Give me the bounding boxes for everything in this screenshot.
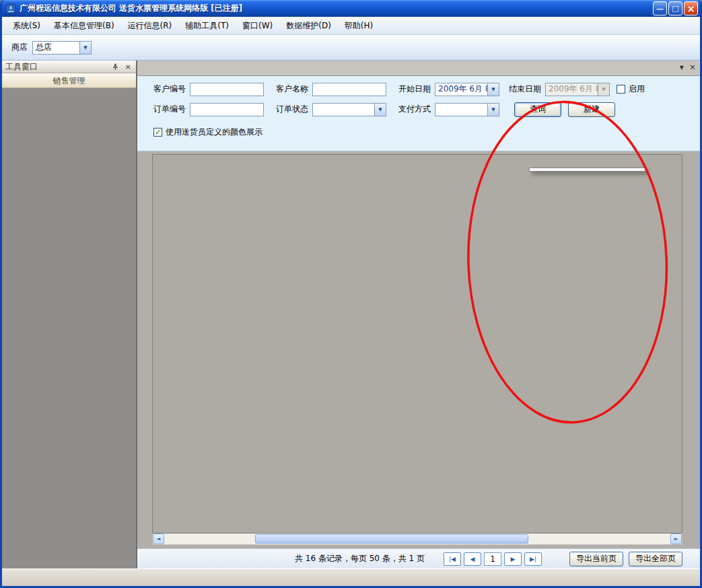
chevron-down-icon: ▼ xyxy=(487,104,499,116)
chevron-down-icon: ▼ xyxy=(79,42,91,54)
start-date-value: 2009年 6月 8日 xyxy=(435,83,487,95)
menu-item[interactable]: 帮助(H) xyxy=(338,17,380,34)
menu-item[interactable]: 运行信息(R) xyxy=(121,17,179,34)
window-title: 广州程远信息技术有限公司 送货水票管理系统网络版 [已注册] xyxy=(20,3,653,14)
tool-window-caption: 工具窗口 × xyxy=(2,61,136,73)
scroll-right-icon[interactable]: ► xyxy=(670,534,682,544)
context-menu xyxy=(529,168,645,172)
record-summary: 共 16 条记录，每页 50 条，共 1 页 xyxy=(295,553,425,564)
chevron-down-icon: ▼ xyxy=(374,104,386,116)
chevron-down-icon: ▼ xyxy=(598,83,609,96)
window-controls: — □ × xyxy=(653,1,698,15)
sidebar-close-icon[interactable]: × xyxy=(123,62,133,71)
pagination-bar: 共 16 条记录，每页 50 条，共 1 页 |◀ ◀ 1 ▶ ▶| 导出当前页… xyxy=(137,548,700,568)
order-status-label: 订单状态 xyxy=(276,104,308,115)
app-icon xyxy=(5,3,16,14)
checkbox-box xyxy=(617,85,625,94)
export-all-pages-button[interactable]: 导出全部页 xyxy=(629,552,682,566)
deliveryman-color-checkbox[interactable]: ✓ 使用送货员定义的颜色展示 xyxy=(153,126,262,138)
end-date-picker[interactable]: 2009年 6月 8日 ▼ xyxy=(545,83,610,96)
enable-label: 启用 xyxy=(629,83,645,95)
customer-name-label: 客户名称 xyxy=(276,83,308,95)
order-status-select[interactable]: ▼ xyxy=(312,103,386,116)
tab-close-icon[interactable]: × xyxy=(689,63,696,72)
menu-bar: 系统(S)基本信息管理(B)运行信息(R)辅助工具(T)窗口(W)数据维护(D)… xyxy=(2,17,700,35)
status-bar xyxy=(2,568,700,586)
shop-select[interactable]: 总店 ▼ xyxy=(32,41,92,54)
chevron-down-icon: ▼ xyxy=(487,83,499,96)
last-page-button[interactable]: ▶| xyxy=(524,552,542,566)
sidebar: 工具窗口 × 销售管理 xyxy=(2,61,137,568)
menu-item[interactable]: 系统(S) xyxy=(6,17,47,34)
order-no-input[interactable] xyxy=(190,103,264,116)
enable-date-checkbox[interactable]: 启用 xyxy=(617,83,645,95)
scroll-left-icon[interactable]: ◄ xyxy=(153,534,164,544)
sidebar-items xyxy=(2,88,136,568)
content-area: ▼ × 客户编号 客户名称 开始日期 2009年 6月 8日 ▼ 结束日期 xyxy=(137,61,700,568)
customer-no-input[interactable] xyxy=(190,83,264,96)
tab-list-dropdown-icon[interactable]: ▼ xyxy=(680,65,684,71)
minimize-button[interactable]: — xyxy=(653,1,667,15)
main-area: 工具窗口 × 销售管理 ▼ × xyxy=(2,61,700,568)
shop-select-value: 总店 xyxy=(33,42,79,53)
pay-method-label: 支付方式 xyxy=(398,104,431,115)
menu-item[interactable]: 辅助工具(T) xyxy=(178,17,236,34)
scrollbar-track[interactable] xyxy=(164,534,670,544)
maximize-button[interactable]: □ xyxy=(668,1,682,15)
end-date-value: 2009年 6月 8日 xyxy=(546,83,598,95)
page-number-input[interactable]: 1 xyxy=(484,552,501,566)
first-page-button[interactable]: |◀ xyxy=(444,552,461,566)
start-date-label: 开始日期 xyxy=(398,83,431,95)
new-button[interactable]: 新建 xyxy=(568,102,615,117)
menu-item[interactable]: 窗口(W) xyxy=(236,17,279,34)
order-no-label: 订单编号 xyxy=(153,104,186,115)
menu-item[interactable]: 数据维护(D) xyxy=(279,17,338,34)
toolbar: 商店 总店 ▼ xyxy=(2,35,700,61)
horizontal-scrollbar[interactable]: ◄ ► xyxy=(152,534,682,545)
menu-item[interactable]: 基本信息管理(B) xyxy=(47,17,121,34)
customer-no-label: 客户编号 xyxy=(153,83,186,95)
order-grid xyxy=(152,154,682,534)
end-date-label: 结束日期 xyxy=(509,83,541,95)
tab-bar: ▼ × xyxy=(137,61,700,76)
next-page-button[interactable]: ▶ xyxy=(504,552,522,566)
tool-window-title: 工具窗口 xyxy=(5,61,110,73)
filter-panel: 客户编号 客户名称 开始日期 2009年 6月 8日 ▼ 结束日期 2009年 … xyxy=(137,76,700,151)
export-current-page-button[interactable]: 导出当前页 xyxy=(569,552,623,566)
app-window: 广州程远信息技术有限公司 送货水票管理系统网络版 [已注册] — □ × 系统(… xyxy=(0,0,702,588)
scrollbar-thumb[interactable] xyxy=(255,534,528,544)
shop-label: 商店 xyxy=(11,42,28,53)
title-bar: 广州程远信息技术有限公司 送货水票管理系统网络版 [已注册] — □ × xyxy=(2,0,700,17)
pay-method-select[interactable]: ▼ xyxy=(435,103,499,116)
deliveryman-color-label: 使用送货员定义的颜色展示 xyxy=(166,126,262,138)
sidebar-group-sales[interactable]: 销售管理 xyxy=(2,73,136,88)
start-date-picker[interactable]: 2009年 6月 8日 ▼ xyxy=(435,83,499,96)
query-button[interactable]: 查询 xyxy=(514,102,561,117)
checkbox-check-icon: ✓ xyxy=(153,128,162,137)
prev-page-button[interactable]: ◀ xyxy=(464,552,481,566)
close-button[interactable]: × xyxy=(684,1,698,15)
customer-name-input[interactable] xyxy=(312,83,386,96)
pin-icon[interactable] xyxy=(110,62,120,71)
shop-area: 商店 总店 ▼ xyxy=(11,41,92,54)
